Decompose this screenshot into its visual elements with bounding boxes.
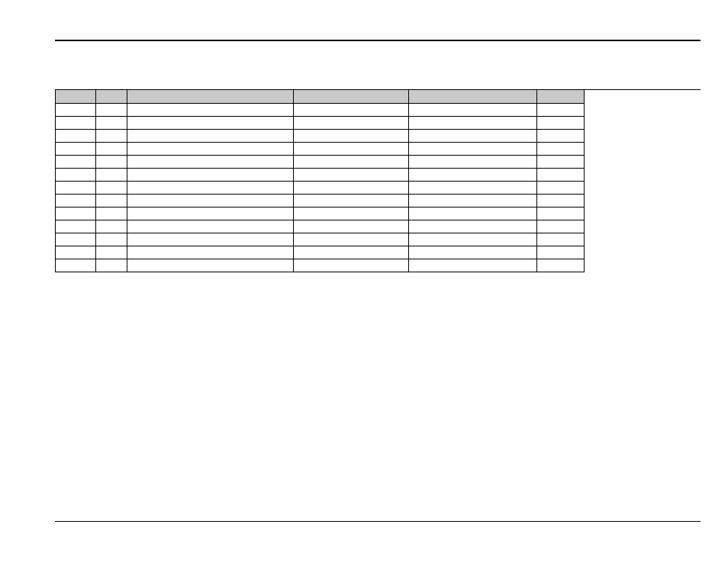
table-cell [56,220,96,233]
table-cell [127,143,294,156]
table-cell [294,220,409,233]
table-cell [537,104,585,117]
table-header-cell [127,90,294,104]
table-cell [294,182,409,195]
table-cell [127,233,294,246]
table-cell [294,169,409,182]
table-header-cell [96,90,127,104]
table-row [56,182,585,195]
table-cell [294,156,409,169]
table-cell [56,233,96,246]
table-cell [127,156,294,169]
table-cell [409,220,537,233]
table-cell [96,259,127,272]
table-cell [127,220,294,233]
table-cell [127,130,294,143]
table-cell [537,156,585,169]
table-cell [127,117,294,130]
table-cell [96,143,127,156]
table-cell [409,259,537,272]
table-cell [127,208,294,220]
table-cell [409,246,537,259]
table-cell [294,143,409,156]
table-header-cell [294,90,409,104]
table-cell [56,208,96,220]
table-cell [409,104,537,117]
table-row [56,208,585,220]
table-cell [294,233,409,246]
table-cell [127,182,294,195]
table-header-cell [537,90,585,104]
table-row [56,104,585,117]
table-cell [409,156,537,169]
table-cell [409,143,537,156]
table-cell [537,220,585,233]
table-cell [537,169,585,182]
table-cell [96,117,127,130]
table-cell [127,104,294,117]
table-cell [537,130,585,143]
table-cell [294,259,409,272]
table-row [56,195,585,208]
table-cell [537,117,585,130]
table-header-row [56,90,585,104]
table-cell [96,246,127,259]
table-cell [56,259,96,272]
table-row [56,130,585,143]
table-cell [96,130,127,143]
table-row [56,233,585,246]
table-row [56,259,585,272]
table-row [56,156,585,169]
table-cell [56,246,96,259]
page [0,0,728,563]
table-cell [56,143,96,156]
table-cell [537,246,585,259]
table-cell [537,143,585,156]
table-cell [127,259,294,272]
table-cell [537,259,585,272]
table-cell [96,169,127,182]
table-cell [537,195,585,208]
table-cell [409,233,537,246]
table-cell [96,182,127,195]
table-cell [294,117,409,130]
table-row [56,246,585,259]
data-table [55,89,585,272]
table-cell [56,117,96,130]
table-cell [56,182,96,195]
table-cell [96,156,127,169]
footer-rule [55,521,701,522]
table-cell [96,233,127,246]
table-cell [56,169,96,182]
table-cell [127,195,294,208]
table-cell [409,182,537,195]
table-cell [409,208,537,220]
table-cell [96,208,127,220]
table-cell [537,182,585,195]
table-cell [409,117,537,130]
table-row [56,117,585,130]
table-cell [294,208,409,220]
table-cell [96,104,127,117]
header-rule [55,40,701,41]
table-cell [56,195,96,208]
table-cell [96,195,127,208]
table-cell [56,104,96,117]
table-cell [409,130,537,143]
table-body [56,104,585,272]
table-cell [409,195,537,208]
table-row [56,220,585,233]
table-cell [96,220,127,233]
table-cell [294,246,409,259]
table-cell [294,104,409,117]
table-row [56,143,585,156]
table-cell [537,208,585,220]
table-cell [56,156,96,169]
table-cell [537,233,585,246]
table-cell [127,246,294,259]
table-cell [294,130,409,143]
table-header-cell [56,90,96,104]
table-row [56,169,585,182]
table-cell [127,169,294,182]
table-cell [294,195,409,208]
